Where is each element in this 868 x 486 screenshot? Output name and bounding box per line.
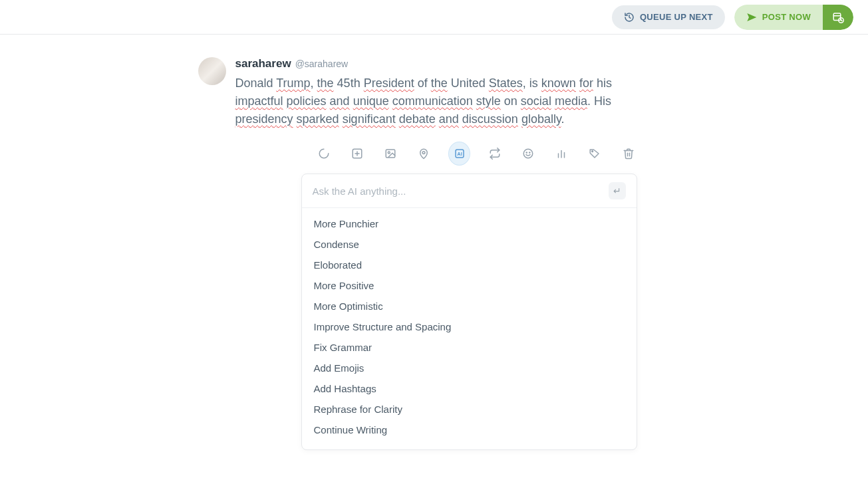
- svg-text:AI: AI: [457, 151, 462, 157]
- ai-icon[interactable]: AI: [448, 142, 471, 166]
- ai-suggestion-item[interactable]: Rephrase for Clarity: [302, 399, 637, 420]
- user-handle: @saraharew: [295, 59, 349, 69]
- user-display-name: saraharew: [235, 57, 291, 70]
- avatar: [198, 57, 226, 85]
- history-icon: [624, 12, 635, 23]
- ai-panel: ↵ More PunchierCondenseEloboratedMore Po…: [301, 174, 637, 450]
- ai-suggestion-list: More PunchierCondenseEloboratedMore Posi…: [302, 208, 637, 449]
- retweet-icon[interactable]: [486, 144, 504, 163]
- composer-header: saraharew @saraharew Donald Trump, the 4…: [198, 57, 637, 128]
- queue-up-next-button[interactable]: QUEUE UP NEXT: [612, 5, 725, 29]
- enter-icon: ↵: [613, 185, 621, 196]
- svg-point-13: [527, 152, 527, 153]
- user-line: saraharew @saraharew: [235, 57, 637, 70]
- svg-point-9: [422, 152, 425, 154]
- poll-icon[interactable]: [553, 144, 570, 163]
- composer: saraharew @saraharew Donald Trump, the 4…: [198, 57, 637, 450]
- ai-suggestion-item[interactable]: More Optimistic: [302, 296, 637, 316]
- svg-point-3: [319, 149, 329, 158]
- post-button-group: POST NOW: [734, 5, 853, 30]
- ai-suggestion-item[interactable]: More Positive: [302, 275, 637, 296]
- add-icon[interactable]: [349, 144, 366, 163]
- location-icon[interactable]: [415, 144, 432, 163]
- loading-icon[interactable]: [315, 144, 333, 163]
- ai-suggestion-item[interactable]: Add Hashtags: [302, 378, 637, 399]
- ai-suggestion-item[interactable]: Eloborated: [302, 255, 637, 275]
- ai-suggestion-item[interactable]: Improve Structure and Spacing: [302, 316, 637, 337]
- ai-prompt-input[interactable]: [313, 185, 602, 197]
- ai-suggestion-item[interactable]: More Punchier: [302, 213, 637, 234]
- emoji-icon[interactable]: [519, 144, 537, 163]
- svg-point-18: [592, 151, 593, 152]
- ai-suggestion-item[interactable]: Condense: [302, 234, 637, 255]
- trash-icon[interactable]: [620, 144, 637, 163]
- ai-suggestion-item[interactable]: Continue Writing: [302, 420, 637, 440]
- queue-label: QUEUE UP NEXT: [640, 12, 713, 22]
- svg-point-8: [388, 152, 390, 154]
- send-icon: [746, 12, 757, 23]
- svg-point-14: [529, 152, 530, 153]
- post-label: POST NOW: [762, 12, 811, 22]
- post-now-button[interactable]: POST NOW: [734, 5, 823, 30]
- svg-point-12: [524, 149, 533, 158]
- image-icon[interactable]: [382, 144, 399, 163]
- ai-suggestion-item[interactable]: Fix Grammar: [302, 337, 637, 358]
- svg-rect-0: [833, 13, 841, 21]
- ai-input-row: ↵: [302, 174, 637, 208]
- schedule-button[interactable]: [823, 5, 853, 30]
- content-area: saraharew @saraharew Donald Trump, the 4…: [0, 35, 868, 450]
- top-bar: QUEUE UP NEXT POST NOW: [0, 0, 868, 35]
- post-text[interactable]: Donald Trump, the 45th President of the …: [235, 74, 637, 128]
- tag-icon[interactable]: [586, 144, 603, 163]
- ai-submit-button[interactable]: ↵: [609, 182, 626, 199]
- calendar-clock-icon: [832, 11, 844, 23]
- ai-suggestion-item[interactable]: Add Emojis: [302, 358, 637, 378]
- composer-toolbar: AI: [235, 142, 637, 166]
